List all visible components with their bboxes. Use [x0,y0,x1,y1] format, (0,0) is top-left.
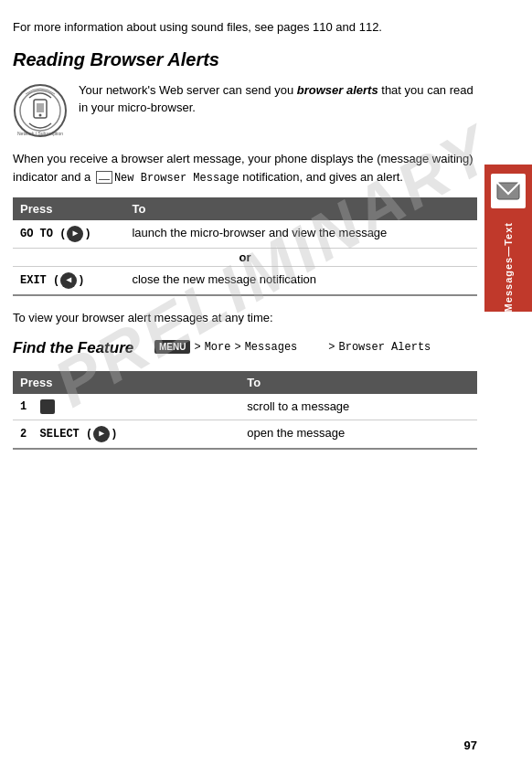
press-table-1: Press To GO TO (▶) launch the micro-brow… [13,197,477,296]
table-row: 1 scroll to a message [13,394,477,420]
section-title: Reading Browser Alerts [13,49,477,70]
or-row: or [13,249,477,267]
action-cell: scroll to a message [239,394,477,420]
exit-button-icon: ◀ [60,272,77,289]
path-sep-2: > [328,341,335,354]
svg-rect-5 [37,103,44,112]
press-cell: EXIT (◀) [13,267,124,296]
browser-alerts-label: Browser Alerts [338,341,431,354]
view-paragraph: To view your browser alert messages at a… [13,309,477,327]
table1-col1-header: Press [13,197,124,220]
intro-paragraph: For more information about using sound f… [13,18,477,37]
envelope-svg [495,178,521,204]
network-feature-icon: Network / Subscription [13,83,69,141]
sidebar-tab: Messages—Text [484,165,532,312]
table-row: EXIT (◀) close the new message notificat… [13,267,477,296]
path-sep-1: > [234,341,240,354]
page-wrapper: PRELIMINARY Messages—Text For more infor… [0,0,532,765]
page-number: 97 [464,738,477,752]
or-label: or [13,249,477,267]
scroll-icon [40,399,55,414]
table1-col2-header: To [124,197,477,220]
select-button-icon: ▶ [93,426,110,442]
find-feature-path: MENU > More > Messages > Browser Alerts [154,338,431,354]
action-cell: launch the micro-browser and view the me… [124,220,477,249]
svg-text:Network / Subscription: Network / Subscription [17,131,63,136]
badge-svg: Network / Subscription [13,83,68,138]
press-table-2: Press To 1 scroll to a message 2 SELECT … [13,371,477,450]
main-content: For more information about using sound f… [0,9,532,481]
sidebar-label: Messages—Text [503,222,514,312]
table-row: GO TO (▶) launch the micro-browser and v… [13,220,477,249]
action-cell: close the new message notification [124,267,477,296]
feature-block: Network / Subscription Your network's We… [13,81,477,141]
table2-col1-header: Press [13,371,239,394]
table2-col2-header: To [239,371,477,394]
message-icon [491,174,526,208]
body-paragraph: When you receive a browser alert message… [13,150,477,187]
press-cell: 1 [13,394,239,420]
feature-description: Your network's Web server can send you b… [79,81,477,117]
press-cell: GO TO (▶) [13,220,124,249]
messages-label: Messages [245,341,298,354]
action-cell: open the message [239,420,477,450]
menu-path: > [194,341,200,354]
menu-button-icon: MENU [154,340,190,354]
go-to-button-icon: ▶ [67,226,83,242]
svg-point-6 [39,113,42,116]
find-feature-label: Find the Feature [13,338,145,358]
find-feature-block: Find the Feature MENU > More > Messages … [13,338,477,358]
table-row: 2 SELECT (▶) open the message [13,420,477,450]
press-cell: 2 SELECT (▶) [13,420,239,450]
more-label: More [205,341,231,354]
